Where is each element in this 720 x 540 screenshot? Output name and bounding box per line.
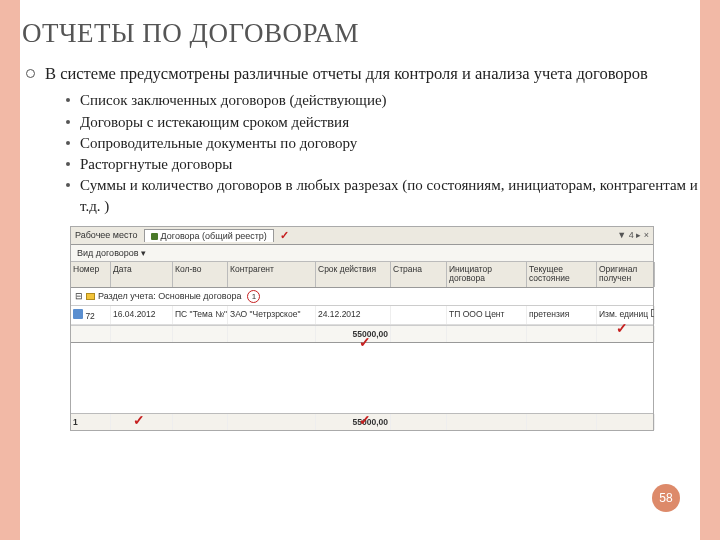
red-check-icon: ✓ xyxy=(616,320,628,336)
red-check-icon: ✓ xyxy=(133,412,145,428)
tab-controls[interactable]: ▼ 4 ▸ × xyxy=(617,230,649,240)
checkbox-icon[interactable] xyxy=(651,309,655,317)
cell-дата: 16.04.2012 xyxy=(111,306,173,324)
folder-icon xyxy=(86,293,95,300)
workspace-label: Рабочее место xyxy=(75,230,138,240)
col-колво[interactable]: Кол-во xyxy=(173,262,228,287)
group-row[interactable]: ⊟ Раздел учета: Основные договора 1 xyxy=(71,288,653,306)
tab-bar: Рабочее место Договора (общий реестр) ✓ … xyxy=(71,227,653,245)
col-оригинал[interactable]: Оригинал получен xyxy=(597,262,655,287)
tab-label: Договора (общий реестр) xyxy=(161,231,267,241)
col-дата[interactable]: Дата xyxy=(111,262,173,287)
col-срок[interactable]: Срок действия xyxy=(316,262,391,287)
red-check-icon: ✓ xyxy=(280,229,289,242)
document-icon xyxy=(73,309,83,319)
grid-header: Номер Дата Кол-во Контрагент Срок действ… xyxy=(71,262,653,288)
foot-count: 1 xyxy=(71,414,111,430)
blank-area xyxy=(71,343,653,413)
col-инициатор[interactable]: Инициатор договора xyxy=(447,262,527,287)
view-bar: Вид договоров ▾ xyxy=(71,245,653,262)
group-label: Раздел учета: Основные договора xyxy=(98,291,241,301)
red-check-icon: ✓ xyxy=(359,412,371,428)
cell-колво: ПС "Тема №" xyxy=(173,306,228,324)
tab-contracts[interactable]: Договора (общий реестр) xyxy=(144,229,274,242)
app-screenshot: Рабочее место Договора (общий реестр) ✓ … xyxy=(70,226,654,431)
cell-состояние: претензия xyxy=(527,306,597,324)
cell-инициатор: ТП ООО Цент xyxy=(447,306,527,324)
col-состояние[interactable]: Текущее состояние xyxy=(527,262,597,287)
cell-срок: 24.12.2012 xyxy=(316,306,391,324)
col-номер[interactable]: Номер xyxy=(71,262,111,287)
col-контрагент[interactable]: Контрагент xyxy=(228,262,316,287)
cell-страна xyxy=(391,306,447,324)
cell-контрагент: ЗАО "Четрзрское" xyxy=(228,306,316,324)
page-number-badge: 58 xyxy=(652,484,680,512)
sum-value: 55000,00 xyxy=(316,326,391,342)
cell-номер: 72 xyxy=(85,311,94,321)
red-circle-annotation: 1 xyxy=(247,290,260,303)
foot-sum: 55000,00 xyxy=(316,414,391,430)
minus-icon: ⊟ xyxy=(75,291,83,301)
red-check-icon: ✓ xyxy=(359,334,371,350)
table-row[interactable]: 72 16.04.2012 ПС "Тема №" ЗАО "Четрзрско… xyxy=(71,306,653,325)
col-страна[interactable]: Страна xyxy=(391,262,447,287)
view-label: Вид договоров xyxy=(77,248,139,258)
